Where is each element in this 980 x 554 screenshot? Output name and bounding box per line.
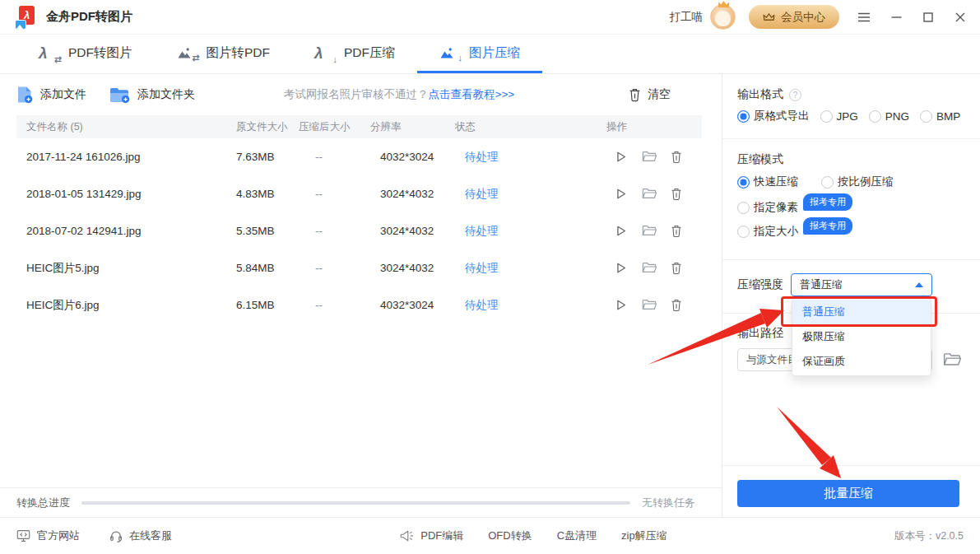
tab-label: PDF转图片 [68,44,132,62]
table-row: HEIC图片5.jpg 5.84MB -- 3024*4032 待处理 [16,249,702,286]
delete-icon[interactable] [671,261,682,275]
delete-icon[interactable] [671,224,682,238]
table-row: HEIC图片6.jpg 6.15MB -- 4032*3024 待处理 [16,286,702,324]
radio-specify-size[interactable]: 指定大小 [737,224,798,239]
col-filename: 文件名称 (5) [26,120,236,134]
radio-icon [869,110,881,123]
app-logo-icon: λ [13,5,38,30]
divider [722,138,980,139]
radio-png[interactable]: PNG [869,110,909,123]
add-file-label: 添加文件 [40,87,86,102]
tab-image-compress[interactable]: ↓ 图片压缩 [417,35,542,73]
delete-icon[interactable] [671,187,682,201]
col-actions: 操作 [606,120,692,134]
dropdown-option-extreme[interactable]: 极限压缩 [792,324,931,349]
help-icon[interactable]: ? [789,89,801,101]
divider [722,465,980,466]
status-badge: 待处理 [455,187,606,202]
file-size: 7.63MB [236,151,299,163]
tab-pdf-to-image[interactable]: λ ⇄ PDF转图片 [16,35,155,73]
progress-bar [81,501,630,505]
radio-bmp[interactable]: BMP [920,110,960,123]
pdf-edit-link[interactable]: PDF编辑 [399,528,463,543]
open-folder-icon[interactable] [642,225,657,237]
col-status: 状态 [455,120,606,134]
minimize-icon[interactable] [889,11,903,24]
col-compressed-size: 压缩后大小 [299,120,370,134]
official-site-link[interactable]: 官方网站 [16,528,80,543]
pdf-to-image-icon: λ ⇄ [39,45,58,61]
delete-icon[interactable] [671,150,682,164]
exam-hint-text: 考试网报名照片审核不通过？点击查看教程>>> [284,87,514,102]
zip-extract-link[interactable]: zip解压缩 [621,528,667,543]
radio-jpg[interactable]: JPG [820,110,858,123]
divider [722,259,980,260]
c-drive-clean-link[interactable]: C盘清理 [557,528,597,543]
tutorial-link[interactable]: 点击查看教程>>> [429,88,515,100]
clear-list-button[interactable]: 清空 [629,87,671,102]
mode-options-row2: 指定像素 报考专用 [737,199,852,216]
col-resolution: 分辨率 [370,120,455,134]
file-name: 2018-07-02 142941.jpg [26,225,236,237]
radio-original-format[interactable]: 原格式导出 [737,109,810,123]
file-size: 5.35MB [236,225,299,237]
vip-center-label: 会员中心 [781,10,825,25]
vip-center-button[interactable]: 会员中心 [749,5,839,29]
radio-specify-pixels[interactable]: 指定像素 [737,200,798,215]
menu-icon[interactable] [857,11,871,24]
titlebar: λ 金舟PDF转图片 打工喵 会员中心 [0,0,980,35]
radio-icon [920,110,932,123]
radio-ratio-compress[interactable]: 按比例压缩 [821,175,894,189]
progress-status: 无转换任务 [642,496,695,510]
resolution: 3024*4032 [370,225,455,237]
open-folder-icon[interactable] [642,299,657,311]
pdf-compress-icon: λ ↓ [314,45,334,61]
output-format-label: 输出格式 [737,87,783,102]
tab-pdf-compress[interactable]: λ ↓ PDF压缩 [292,35,417,73]
start-icon[interactable] [614,150,628,164]
window-controls [857,11,967,24]
start-icon[interactable] [614,224,628,238]
start-icon[interactable] [614,187,628,201]
tabbar: λ ⇄ PDF转图片 ⇄ 图片转PDF λ ↓ PDF压缩 ↓ 图片压缩 [0,35,980,74]
start-icon[interactable] [614,261,628,275]
image-compress-icon: ↓ [439,46,459,59]
start-icon[interactable] [614,298,628,312]
open-folder-icon[interactable] [642,262,657,274]
status-badge: 待处理 [455,261,606,276]
close-icon[interactable] [954,11,967,24]
browse-folder-icon[interactable] [943,352,961,367]
file-name: HEIC图片6.jpg [26,298,236,313]
tab-label: PDF压缩 [344,44,395,62]
tab-image-to-pdf[interactable]: ⇄ 图片转PDF [155,35,293,73]
table-row: 2018-01-05 131429.jpg 4.83MB -- 3024*403… [16,175,702,212]
avatar[interactable] [710,4,736,30]
open-folder-icon[interactable] [642,151,657,163]
radio-fast-compress[interactable]: 快速压缩 [737,175,798,189]
chevron-up-icon [915,282,923,287]
file-size: 4.83MB [236,188,299,200]
maximize-icon[interactable] [922,11,935,24]
add-file-button[interactable]: 添加文件 [16,86,86,104]
app-window: λ 金舟PDF转图片 打工喵 会员中心 λ ⇄ PDF转图 [0,0,980,554]
output-path-label: 输出路径 [737,326,783,341]
footer: 官方网站 在线客服 PDF编辑 OFD转换 C盘清理 zip解压缩 版本号：v2… [0,517,980,554]
ofd-convert-link[interactable]: OFD转换 [488,528,532,543]
online-support-link[interactable]: 在线客服 [109,528,172,543]
compressed-size: -- [299,225,370,237]
exam-badge: 报考专用 [803,217,852,235]
col-original-size: 原文件大小 [236,120,299,134]
open-folder-icon[interactable] [642,188,657,200]
file-toolbar: 添加文件 添加文件夹 考试网报名照片审核不通过？点击查看教程>>> 清空 [0,74,722,115]
headset-icon [109,529,123,542]
resolution: 4032*3024 [370,299,455,311]
app-title: 金舟PDF转图片 [46,9,132,25]
table-row: 2018-07-02 142941.jpg 5.35MB -- 3024*403… [16,212,702,249]
mode-options-row3: 指定大小 报考专用 [737,223,852,240]
file-name: 2017-11-24 161026.jpg [26,151,236,163]
add-folder-button[interactable]: 添加文件夹 [109,86,195,104]
dropdown-option-quality[interactable]: 保证画质 [792,349,931,374]
strength-select[interactable]: 普通压缩 [791,273,932,296]
delete-icon[interactable] [671,298,682,312]
batch-compress-button[interactable]: 批量压缩 [737,480,959,507]
